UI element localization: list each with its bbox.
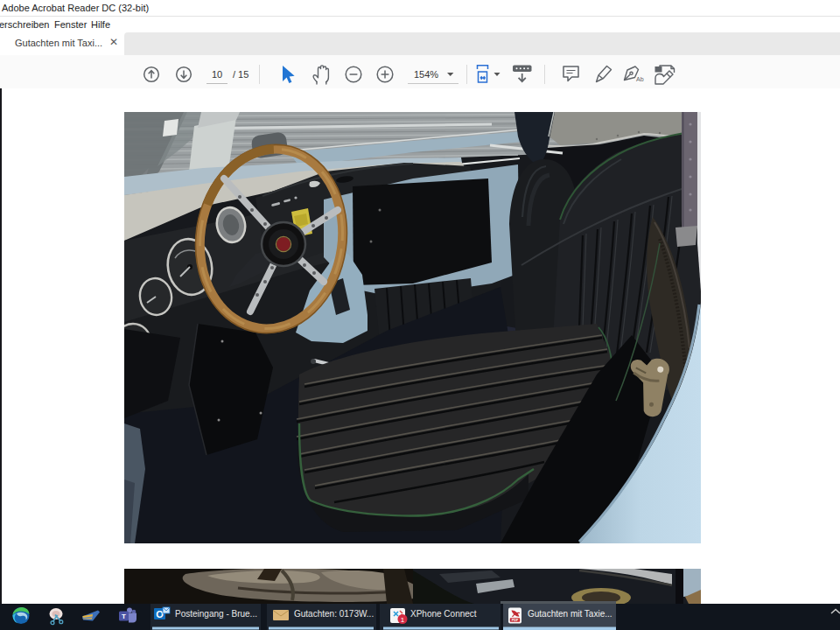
svg-text:PDF: PDF — [512, 619, 519, 622]
svg-text:/ 15: / 15 — [233, 69, 248, 80]
svg-text:Gutachten mit Taxie...: Gutachten mit Taxie... — [528, 609, 612, 619]
svg-text:Posteingang - Brue...: Posteingang - Brue... — [175, 609, 257, 619]
svg-text:10: 10 — [212, 69, 222, 80]
svg-text:1: 1 — [401, 616, 405, 624]
svg-text:Gutachten: 0173W...: Gutachten: 0173W... — [294, 609, 374, 619]
svg-text:XPhone Connect: XPhone Connect — [410, 609, 477, 619]
svg-text:Ab: Ab — [636, 76, 644, 82]
svg-text:154%: 154% — [414, 69, 438, 80]
svg-text:T: T — [122, 612, 126, 620]
